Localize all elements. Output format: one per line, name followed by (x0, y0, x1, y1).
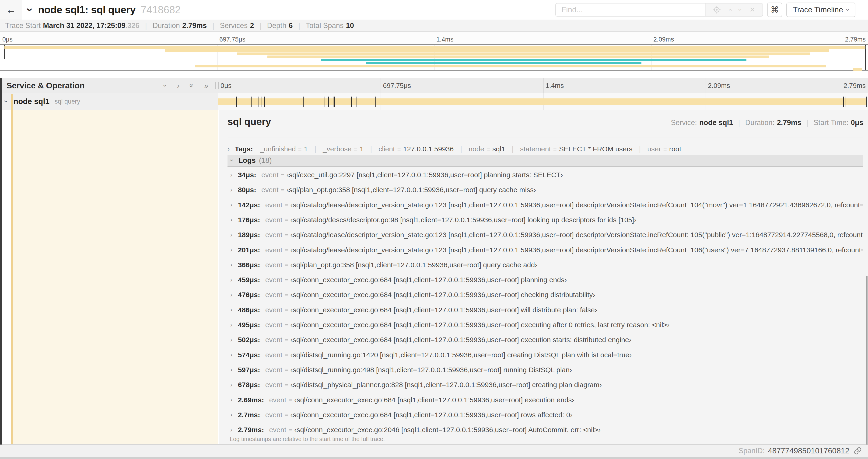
keyboard-shortcuts-button[interactable]: ⌘ (767, 3, 782, 17)
tag-item[interactable]: _verbose=1 (323, 145, 364, 153)
log-expander-icon[interactable]: › (230, 321, 232, 329)
log-timestamp: 80μs: (238, 186, 256, 194)
find-input[interactable] (556, 3, 705, 16)
tag-item[interactable]: user=root (647, 145, 681, 153)
log-expander-icon[interactable]: › (230, 381, 232, 389)
log-expander-icon[interactable]: › (230, 216, 232, 223)
timeline-ruler: 0μs697.75μs1.4ms2.09ms2.79ms (218, 78, 868, 93)
log-marker-tick (351, 97, 352, 107)
log-marker-tick (324, 97, 325, 107)
log-row[interactable]: ›2.69ms:event=‹sql/conn_executor_exec.go… (227, 393, 863, 407)
log-field-value: ‹sql/conn_executor_exec.go:684 [nsql1,cl… (294, 396, 574, 404)
log-field-equals: = (285, 261, 288, 268)
tag-item[interactable]: node=sql1 (468, 145, 505, 153)
deep-link-icon[interactable] (854, 447, 862, 455)
log-field-key: event (269, 426, 286, 434)
log-row[interactable]: ›176μs:event=‹sql/catalog/descs/descript… (227, 212, 863, 227)
focus-target-icon[interactable] (713, 6, 721, 14)
log-field-equals: = (285, 201, 288, 208)
log-row[interactable]: ›502μs:event=‹sql/conn_executor_exec.go:… (227, 332, 863, 347)
log-expander-icon[interactable]: › (230, 336, 232, 343)
log-row[interactable]: ›2.79ms:event=‹sql/conn_executor_exec.go… (227, 422, 863, 437)
log-field-key: event (265, 291, 282, 299)
log-field-value: ‹sql/conn_executor_exec.go:2046 [nsql1,c… (294, 426, 600, 434)
log-expander-icon[interactable]: › (230, 396, 232, 403)
tags-expander-icon[interactable]: › (227, 145, 229, 153)
detail-info-label: Service: (671, 119, 697, 127)
span-duration-bar[interactable] (218, 98, 867, 105)
log-row[interactable]: ›597μs:event=‹sql/distsql_running.go:498… (227, 362, 863, 378)
log-field-key: event (265, 381, 282, 389)
log-expander-icon[interactable]: › (230, 351, 232, 358)
log-expander-icon[interactable]: › (230, 291, 232, 299)
summary-item-suffix: .326 (125, 22, 139, 30)
log-row[interactable]: ›366μs:event=‹sql/plan_opt.go:358 [nsql1… (227, 258, 863, 272)
log-field-value: ‹sql/catalog/lease/descriptor_version_st… (290, 201, 863, 209)
collapse-all-icon[interactable]: » (188, 84, 195, 88)
span-row-timeline-cell[interactable] (218, 93, 868, 110)
find-prev-icon[interactable]: › (726, 9, 733, 11)
log-expander-icon[interactable]: › (230, 306, 232, 314)
log-field-equals: = (285, 336, 288, 343)
log-expander-icon[interactable]: › (230, 366, 232, 373)
span-color-strip (11, 94, 13, 444)
log-expander-icon[interactable]: › (230, 411, 232, 418)
tag-key: user (647, 145, 661, 153)
log-row[interactable]: ›495μs:event=‹sql/conn_executor_exec.go:… (227, 318, 863, 332)
collapse-one-icon[interactable]: › (162, 84, 169, 87)
collapse-trace-icon[interactable]: › (25, 8, 36, 11)
tag-key: _unfinished (260, 145, 296, 153)
log-expander-icon[interactable]: › (230, 186, 232, 194)
log-row[interactable]: ›189μs:event=‹sql/catalog/lease/descript… (227, 227, 863, 242)
log-row[interactable]: ›486μs:event=‹sql/conn_executor_exec.go:… (227, 302, 863, 318)
span-row-name-cell[interactable]: › node sql1 sql query (0, 93, 218, 110)
left-scroll-indicator[interactable] (0, 78, 2, 445)
span-expander-icon[interactable]: › (2, 100, 10, 103)
log-expander-icon[interactable]: › (230, 231, 232, 239)
back-button[interactable]: ← (0, 0, 22, 20)
detail-info-value: node sql1 (699, 119, 733, 127)
trace-title-area[interactable]: › node sql1: sql query 7418682 (28, 0, 181, 20)
log-row[interactable]: ›34μs:event=‹sql/exec_util.go:2297 [nsql… (227, 167, 863, 183)
log-row[interactable]: ›80μs:event=‹sql/plan_opt.go:358 [nsql1,… (227, 183, 863, 197)
log-row[interactable]: ›574μs:event=‹sql/distsql_running.go:142… (227, 348, 863, 362)
log-timestamp: 189μs: (238, 231, 260, 239)
find-clear-icon[interactable]: ✕ (749, 6, 755, 13)
log-expander-icon[interactable]: › (230, 171, 232, 179)
log-row[interactable]: ›459μs:event=‹sql/conn_executor_exec.go:… (227, 272, 863, 287)
log-expander-icon[interactable]: › (230, 246, 232, 254)
span-row-node-sql1[interactable]: › node sql1 sql query (0, 93, 868, 110)
expand-one-icon[interactable]: › (177, 82, 180, 89)
minimap-canvas[interactable] (0, 44, 868, 71)
log-row[interactable]: ›2.7ms:event=‹sql/conn_executor_exec.go:… (227, 407, 863, 422)
log-timestamp: 574μs: (238, 351, 260, 359)
log-row[interactable]: ›142μs:event=‹sql/catalog/lease/descript… (227, 198, 863, 212)
window-bottom-edge (0, 457, 868, 459)
logs-expander-icon[interactable]: › (228, 159, 236, 161)
minimap-tick-label: 0μs (2, 36, 12, 43)
summary-item-label: Duration (153, 22, 180, 30)
tag-item[interactable]: _unfinished=1 (260, 145, 308, 153)
log-row[interactable]: ›476μs:event=‹sql/conn_executor_exec.go:… (227, 287, 863, 302)
log-marker-tick (331, 97, 331, 107)
expand-all-icon[interactable]: » (204, 82, 208, 89)
log-expander-icon[interactable]: › (230, 426, 232, 434)
detail-scrollbar[interactable] (866, 276, 868, 459)
logs-header[interactable]: › Logs (18) (227, 155, 863, 167)
ruler-gridline (380, 78, 381, 93)
trace-view-selector[interactable]: Trace Timeline › (786, 3, 856, 17)
log-row[interactable]: ›201μs:event=‹sql/catalog/lease/descript… (227, 242, 863, 258)
log-row[interactable]: ›678μs:event=‹sql/distsql_physical_plann… (227, 378, 863, 392)
log-field-equals: = (289, 427, 292, 433)
log-expander-icon[interactable]: › (230, 261, 232, 268)
tag-item[interactable]: client=127.0.0.1:59936 (378, 145, 454, 153)
minimap-right-scrubber[interactable] (865, 45, 866, 70)
tags-row[interactable]: › Tags: _unfinished=1|_verbose=1|client=… (227, 143, 863, 155)
log-expander-icon[interactable]: › (230, 276, 232, 284)
log-marker-tick (846, 97, 846, 107)
log-field-equals: = (285, 352, 288, 358)
tag-item[interactable]: statement=SELECT * FROM users (520, 145, 632, 153)
log-expander-icon[interactable]: › (230, 201, 232, 208)
log-field-key: event (265, 321, 282, 329)
find-next-icon[interactable]: › (737, 9, 744, 11)
